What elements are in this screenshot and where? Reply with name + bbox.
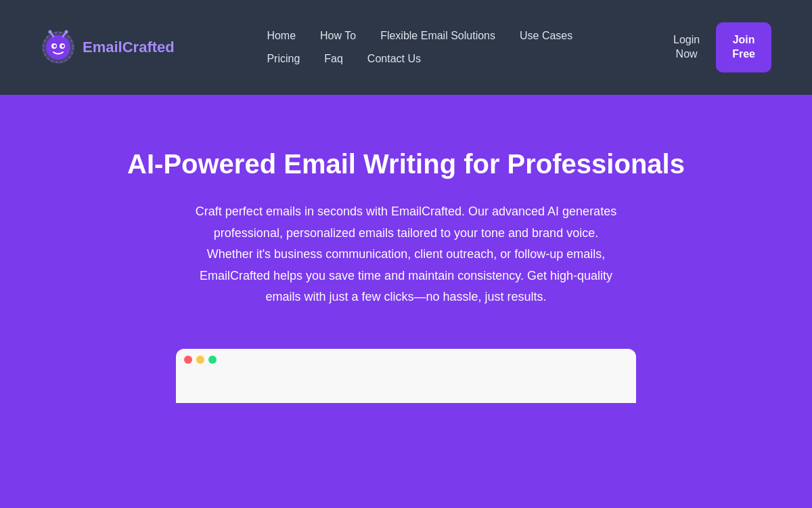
- login-link[interactable]: LoginNow: [673, 33, 700, 62]
- svg-point-1: [46, 35, 70, 60]
- nav-links: Home How To Flexible Email Solutions Use…: [254, 24, 593, 70]
- mockup-maximize-dot: [208, 356, 217, 364]
- mockup-close-dot: [184, 356, 192, 364]
- svg-point-3: [49, 30, 52, 34]
- logo[interactable]: EmailCrafted: [41, 30, 175, 65]
- hero-description: Craft perfect emails in seconds with Ema…: [189, 201, 623, 308]
- logo-text: EmailCrafted: [83, 39, 175, 56]
- nav-link-flexible-email-solutions[interactable]: Flexible Email Solutions: [368, 24, 508, 47]
- nav-link-use-cases[interactable]: Use Cases: [508, 24, 585, 47]
- svg-point-9: [62, 45, 64, 47]
- logo-icon: [41, 30, 76, 65]
- hero-section: AI-Powered Email Writing for Professiona…: [0, 95, 812, 508]
- join-free-button[interactable]: JoinFree: [716, 22, 771, 72]
- navbar: EmailCrafted Home How To Flexible Email …: [0, 0, 812, 95]
- mockup-minimize-dot: [196, 356, 204, 364]
- nav-link-contact-us[interactable]: Contact Us: [355, 47, 433, 70]
- app-mockup: [176, 349, 636, 403]
- nav-actions: LoginNow JoinFree: [673, 22, 771, 72]
- svg-point-5: [65, 30, 68, 34]
- nav-link-how-to[interactable]: How To: [308, 24, 368, 47]
- hero-title: AI-Powered Email Writing for Professiona…: [127, 149, 685, 179]
- svg-point-8: [53, 45, 56, 47]
- nav-link-home[interactable]: Home: [254, 24, 308, 47]
- nav-link-pricing[interactable]: Pricing: [254, 47, 312, 70]
- nav-link-faq[interactable]: Faq: [312, 47, 355, 70]
